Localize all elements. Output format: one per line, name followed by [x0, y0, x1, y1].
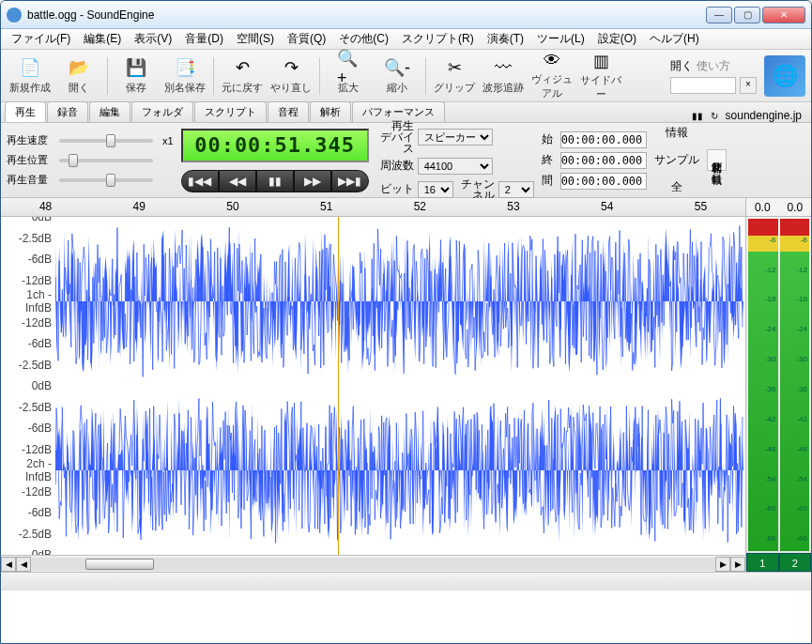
device-select[interactable]: スピーカー ( [418, 129, 493, 146]
toolbar-icon: 🔍- [386, 56, 408, 79]
meter-foot-1[interactable]: 1 [746, 553, 779, 572]
y-label: 0dB [3, 548, 52, 555]
meter-head-1: 0.0 [746, 198, 779, 217]
menu-item[interactable]: その他(C) [332, 29, 395, 49]
playhead-cursor[interactable] [338, 217, 339, 555]
toolbar-label: 新規作成 [9, 81, 51, 95]
close-button[interactable]: ✕ [762, 7, 805, 23]
tab[interactable]: 再生 [5, 101, 46, 122]
menu-item[interactable]: 表示(V) [128, 29, 178, 49]
meter-foot-2[interactable]: 2 [779, 553, 812, 572]
speed-slider[interactable] [59, 139, 153, 143]
scroll-right2-button[interactable]: ▶ [730, 557, 745, 572]
toolbar-button[interactable]: ↶元に戻す [219, 54, 266, 99]
toolbar-button[interactable]: 💾保存 [113, 54, 160, 99]
menu-item[interactable]: スクリプト(R) [395, 29, 481, 49]
scroll-left-button[interactable]: ◀ [1, 557, 16, 572]
waveform-canvas[interactable]: 0dB-2.5dB-6dB-12dB1ch -InfdB-12dB-6dB-2.… [1, 217, 745, 555]
toolbar-icon: ↶ [231, 56, 253, 79]
toolbar-button[interactable]: 📂開く [55, 54, 102, 99]
titlebar: battle.ogg - SoundEngine — ▢ ✕ [1, 1, 811, 29]
toolbar-button[interactable]: ✂グリップ [431, 54, 478, 99]
toolbar-button[interactable]: 🔍+拡大 [325, 54, 372, 99]
pause-button[interactable]: ▮▮ [256, 170, 294, 192]
sample-label[interactable]: サンプル [654, 152, 699, 168]
meter-mark: -12 [765, 266, 776, 274]
menu-item[interactable]: 演奏(T) [481, 29, 530, 49]
toolbar: 📄新規作成📂開く💾保存📑別名保存↶元に戻す↷やり直し🔍+拡大🔍-縮小✂グリップ〰… [1, 50, 811, 102]
skip-start-button[interactable]: ▮◀◀ [181, 170, 219, 192]
time-ruler[interactable]: 4849505152535455 [1, 198, 745, 217]
forward-button[interactable]: ▶▶ [294, 170, 331, 192]
pause-icon[interactable]: ▮▮ [692, 111, 703, 121]
skip-end-button[interactable]: ▶▶▮ [331, 170, 369, 192]
volume-slider[interactable] [59, 178, 153, 182]
freq-label: 周波数 [376, 158, 414, 174]
loop-icon[interactable]: ↻ [711, 111, 718, 121]
chan-select[interactable]: 2 [498, 181, 534, 198]
maximize-button[interactable]: ▢ [734, 7, 760, 23]
tab[interactable]: フォルダ [131, 101, 193, 122]
start-input[interactable] [560, 131, 647, 148]
y-label: 0dB [3, 217, 52, 223]
scroll-right-button[interactable]: ▶ [715, 557, 730, 572]
toolbar-label: 開く [69, 81, 89, 95]
menu-item[interactable]: 音質(Q) [281, 29, 332, 49]
meter-mark: -24 [796, 325, 807, 333]
menu-item[interactable]: 編集(E) [77, 29, 128, 49]
open-label: 開く [670, 58, 693, 74]
scroll-left2-button[interactable]: ◀ [16, 557, 31, 572]
toolbar-icon: 👁 [541, 51, 563, 70]
rewind-button[interactable]: ◀◀ [219, 170, 256, 192]
position-slider[interactable] [59, 159, 153, 162]
tab[interactable]: 解析 [310, 101, 351, 122]
menu-item[interactable]: 音量(D) [178, 29, 230, 49]
all-label[interactable]: 全 [671, 179, 682, 195]
toolbar-button[interactable]: ▥サイドバー [577, 54, 624, 99]
toolbar-icon: ✂ [443, 56, 466, 79]
toolbar-label: サイドバー [578, 73, 623, 101]
speed-value: x1 [162, 135, 174, 146]
toolbar-button[interactable]: 📑別名保存 [161, 54, 208, 99]
y-label: -2.5dB [3, 401, 52, 414]
search-input[interactable] [670, 77, 736, 94]
menu-item[interactable]: ツール(L) [530, 29, 591, 49]
search-clear-button[interactable]: × [740, 77, 757, 94]
tab[interactable]: スクリプト [194, 101, 267, 122]
toolbar-button[interactable]: 📄新規作成 [7, 54, 54, 99]
ruler-tick: 52 [414, 200, 426, 213]
menu-item[interactable]: ヘルプ(H) [643, 29, 706, 49]
bit-select[interactable]: 16 [418, 181, 453, 198]
tab[interactable]: 編集 [89, 101, 130, 122]
y-label: -6dB [3, 506, 52, 519]
freq-select[interactable]: 44100 [418, 158, 493, 175]
menu-item[interactable]: 空間(S) [230, 29, 281, 49]
y-label: -12dB [3, 316, 52, 330]
info-label[interactable]: 情報 [666, 125, 688, 141]
chan-label: チャン ネル [457, 178, 495, 201]
toolbar-button[interactable]: 👁ヴィジュアル [529, 54, 575, 99]
menu-item[interactable]: ファイル(F) [5, 29, 77, 49]
y-label: -2.5dB [3, 232, 52, 245]
menu-item[interactable]: 設定(O) [591, 29, 643, 49]
y-label: 0dB [3, 379, 52, 392]
tab[interactable]: 録音 [47, 101, 88, 122]
minimize-button[interactable]: — [706, 7, 732, 23]
toolbar-label: 縮小 [387, 81, 407, 95]
control-row: 再生速度 x1 再生位置 再生音量 00:00:51.345 ▮◀◀ ◀◀ ▮▮… [1, 123, 811, 198]
y-label: 2ch -InfdB [3, 457, 52, 483]
meter-mark: -48 [796, 445, 807, 453]
toolbar-button[interactable]: ↷やり直し [268, 54, 314, 99]
toolbar-button[interactable]: 🔍-縮小 [374, 54, 421, 99]
toolbar-search: 開く 使い方 × [670, 58, 757, 94]
tab[interactable]: 音程 [268, 101, 309, 122]
toolbar-label: 拡大 [338, 81, 359, 95]
end-input[interactable] [560, 152, 647, 169]
ruler-tick: 49 [133, 200, 146, 213]
waveform-ch2[interactable] [55, 386, 743, 555]
dur-input[interactable] [560, 173, 647, 190]
toolbar-button[interactable]: 〰波形追跡 [480, 54, 527, 99]
horizontal-scrollbar[interactable]: ◀ ◀ ▶ ▶ [1, 555, 745, 572]
site-link[interactable]: soundengine.jp [726, 109, 802, 122]
waveform-ch1[interactable] [55, 217, 743, 386]
